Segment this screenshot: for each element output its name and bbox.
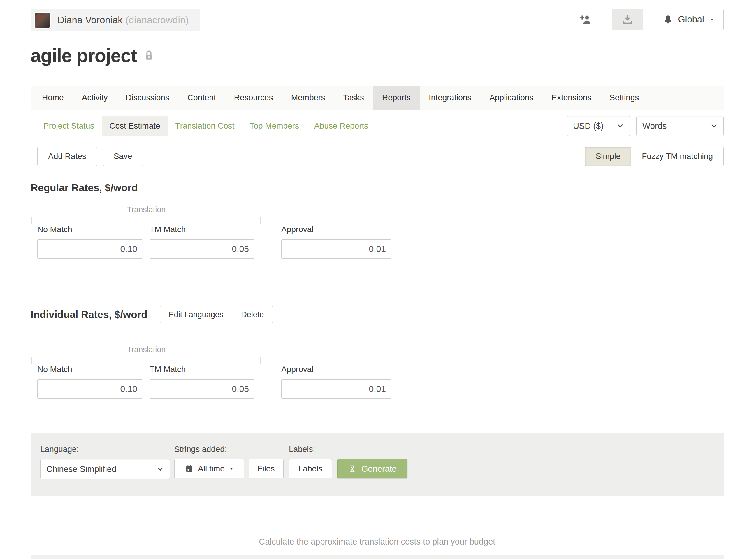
tab-applications[interactable]: Applications xyxy=(480,86,542,110)
regular-tm-match-input[interactable] xyxy=(150,239,255,259)
report-filters: USD ($) Words xyxy=(567,116,724,136)
translation-group-bracket xyxy=(31,357,261,364)
labels-button[interactable]: Labels xyxy=(289,459,332,478)
bottom-strip xyxy=(31,555,724,559)
individual-rates-actions: Edit Languages Delete xyxy=(160,306,273,323)
user-name: Diana Voroniak xyxy=(57,15,123,25)
individual-tm-match-field: TM Match xyxy=(150,365,255,399)
hourglass-icon xyxy=(348,464,357,473)
generate-button[interactable]: Generate xyxy=(337,459,407,478)
translation-group-bracket xyxy=(31,217,261,224)
user-name-block: Diana Voroniak(dianacrowdin) xyxy=(57,15,189,26)
subnav-project-status[interactable]: Project Status xyxy=(36,116,102,136)
fuzzy-tm-matching-button[interactable]: Fuzzy TM matching xyxy=(631,147,724,166)
project-tabbar: Home Activity Discussions Content Resour… xyxy=(31,86,724,110)
generate-group: Generate xyxy=(337,445,407,478)
user-handle: (dianacrowdin) xyxy=(126,15,189,25)
top-actions: Global xyxy=(570,9,724,30)
reports-subnav: Project Status Cost Estimate Translation… xyxy=(36,116,376,136)
approval-label: Approval xyxy=(281,365,391,374)
page-title-row: agile project xyxy=(31,45,724,66)
rates-mode-toggle: Simple Fuzzy TM matching xyxy=(585,147,724,166)
reports-subnav-row: Project Status Cost Estimate Translation… xyxy=(31,116,724,136)
caret-down-icon xyxy=(709,17,715,22)
top-bar: Diana Voroniak(dianacrowdin) xyxy=(31,0,724,31)
calendar-icon xyxy=(185,464,194,473)
global-label: Global xyxy=(678,14,704,25)
labels-label: Labels: xyxy=(289,445,337,454)
tab-activity[interactable]: Activity xyxy=(73,86,117,110)
tray-download-icon xyxy=(621,13,634,26)
individual-rates-header: Individual Rates, $/word Edit Languages … xyxy=(31,306,724,323)
regular-no-match-field: No Match xyxy=(37,225,143,259)
no-match-label: No Match xyxy=(37,225,143,234)
save-button[interactable]: Save xyxy=(103,147,143,166)
strings-added-value: All time xyxy=(198,464,225,473)
individual-rates-row: No Match TM Match Approval xyxy=(37,365,724,399)
regular-approval-input[interactable] xyxy=(281,239,391,259)
individual-no-match-field: No Match xyxy=(37,365,143,399)
tab-tasks[interactable]: Tasks xyxy=(334,86,373,110)
tab-discussions[interactable]: Discussions xyxy=(117,86,178,110)
subnav-top-members[interactable]: Top Members xyxy=(242,116,307,136)
lock-icon xyxy=(143,49,155,63)
subnav-translation-cost[interactable]: Translation Cost xyxy=(168,116,242,136)
subnav-cost-estimate[interactable]: Cost Estimate xyxy=(102,116,168,136)
individual-tm-match-input[interactable] xyxy=(150,379,255,399)
files-group: Files xyxy=(249,445,289,478)
regular-approval-field: Approval xyxy=(281,225,391,259)
strings-added-label: Strings added: xyxy=(174,445,249,454)
add-rates-button[interactable]: Add Rates xyxy=(37,147,97,166)
individual-no-match-input[interactable] xyxy=(37,379,143,399)
user-menu[interactable]: Diana Voroniak(dianacrowdin) xyxy=(31,9,200,31)
no-match-label: No Match xyxy=(37,365,143,374)
tab-content[interactable]: Content xyxy=(178,86,225,110)
divider xyxy=(31,140,724,140)
tm-match-label[interactable]: TM Match xyxy=(150,225,186,235)
rates-toolbar: Add Rates Save Simple Fuzzy TM matching xyxy=(31,147,724,166)
bell-icon xyxy=(663,14,673,25)
chevron-down-icon xyxy=(711,122,718,129)
regular-tm-match-field: TM Match xyxy=(150,225,255,259)
avatar xyxy=(35,13,50,28)
translation-group-label: Translation xyxy=(31,345,261,354)
strings-added-range-button[interactable]: All time xyxy=(174,459,244,478)
tab-integrations[interactable]: Integrations xyxy=(420,86,480,110)
tab-resources[interactable]: Resources xyxy=(225,86,282,110)
subnav-abuse-reports[interactable]: Abuse Reports xyxy=(307,116,376,136)
person-plus-icon xyxy=(579,13,592,26)
footer-hint: Calculate the approximate translation co… xyxy=(31,520,724,547)
individual-approval-input[interactable] xyxy=(281,379,391,399)
language-value: Chinese Simplified xyxy=(46,464,116,474)
regular-no-match-input[interactable] xyxy=(37,239,143,259)
tab-extensions[interactable]: Extensions xyxy=(542,86,600,110)
page-title: agile project xyxy=(31,45,137,66)
files-button[interactable]: Files xyxy=(249,459,284,478)
generate-panel: Language: Chinese Simplified Strings add… xyxy=(31,433,724,496)
language-select[interactable]: Chinese Simplified xyxy=(40,459,170,479)
invite-user-button[interactable] xyxy=(570,9,601,30)
rates-toolbar-left: Add Rates Save xyxy=(37,147,143,166)
tab-members[interactable]: Members xyxy=(282,86,334,110)
language-group: Language: Chinese Simplified xyxy=(40,445,174,479)
download-report-button[interactable] xyxy=(612,9,643,30)
edit-languages-button[interactable]: Edit Languages xyxy=(160,306,233,323)
regular-rates-heading: Regular Rates, $/word xyxy=(31,182,724,194)
chevron-down-icon xyxy=(157,466,164,473)
tab-reports[interactable]: Reports xyxy=(373,86,420,110)
tab-settings[interactable]: Settings xyxy=(600,86,648,110)
strings-added-group: Strings added: All time xyxy=(174,445,249,478)
unit-value: Words xyxy=(642,121,667,131)
regular-rates-row: No Match TM Match Approval xyxy=(37,225,724,259)
page-content: Diana Voroniak(dianacrowdin) xyxy=(31,0,724,559)
delete-button[interactable]: Delete xyxy=(232,306,273,323)
unit-select[interactable]: Words xyxy=(636,116,724,136)
notifications-global-button[interactable]: Global xyxy=(654,9,724,30)
currency-select[interactable]: USD ($) xyxy=(567,116,630,136)
simple-mode-button[interactable]: Simple xyxy=(585,147,632,166)
tab-home[interactable]: Home xyxy=(33,86,73,110)
tm-match-label[interactable]: TM Match xyxy=(150,365,186,375)
generate-label: Generate xyxy=(362,464,397,474)
currency-value: USD ($) xyxy=(573,121,604,131)
labels-group: Labels: Labels xyxy=(289,445,337,478)
